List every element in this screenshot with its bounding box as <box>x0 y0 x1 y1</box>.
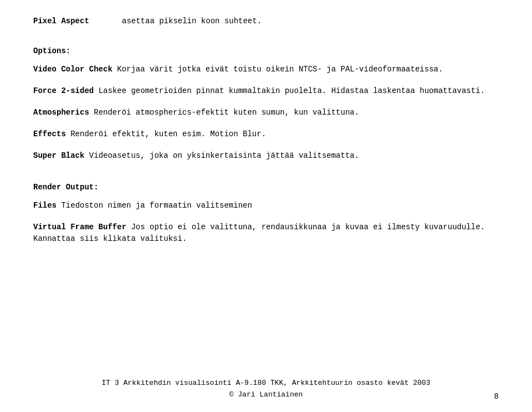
video-color-check-text: Video Color Check Korjaa värit jotka eiv… <box>33 64 499 75</box>
footer: IT 3 Arkkitehdin visualisointi A-9.180 T… <box>0 378 532 401</box>
render-output-header-section: Render Output: <box>33 182 499 193</box>
video-color-check-label: Video Color Check <box>33 65 112 74</box>
files-desc: Tiedoston nimen ja formaatin valitsemine… <box>61 201 252 210</box>
files-text: Files Tiedoston nimen ja formaatin valit… <box>33 200 499 212</box>
pixel-aspect-label: Pixel Aspect <box>33 17 122 25</box>
atmospherics-label: Atmospherics <box>33 108 89 117</box>
page-number: 8 <box>494 392 499 401</box>
effects-section: Effects Renderöi efektit, kuten esim. Mo… <box>33 128 499 140</box>
virtual-frame-buffer-text: Virtual Frame Buffer Jos optio ei ole va… <box>33 222 499 245</box>
atmospherics-desc: Renderöi atmospherics-efektit kuten sumu… <box>94 108 359 117</box>
effects-desc: Renderöi efektit, kuten esim. Motion Blu… <box>70 130 266 138</box>
force-2sided-text: Force 2-sided Laskee geometrioiden pinna… <box>33 85 499 97</box>
super-black-desc: Videoasetus, joka on yksinkertaisinta jä… <box>89 151 359 160</box>
options-header-text: Options: <box>33 45 499 57</box>
super-black-text: Super Black Videoasetus, joka on yksinke… <box>33 150 499 162</box>
files-section: Files Tiedoston nimen ja formaatin valit… <box>33 200 499 212</box>
pixel-aspect-section: Pixel Aspect asettaa pikselin koon suhte… <box>33 17 499 25</box>
pixel-aspect-row: Pixel Aspect asettaa pikselin koon suhte… <box>33 17 499 25</box>
force-2sided-section: Force 2-sided Laskee geometrioiden pinna… <box>33 85 499 97</box>
footer-line2: © Jari Lantiainen <box>0 389 532 401</box>
render-output-header-text: Render Output: <box>33 182 499 193</box>
effects-text: Effects Renderöi efektit, kuten esim. Mo… <box>33 128 499 140</box>
atmospherics-text: Atmospherics Renderöi atmospherics-efekt… <box>33 107 499 119</box>
virtual-frame-buffer-section: Virtual Frame Buffer Jos optio ei ole va… <box>33 222 499 245</box>
footer-line1: IT 3 Arkkitehdin visualisointi A-9.180 T… <box>0 378 532 389</box>
content-area: Pixel Aspect asettaa pikselin koon suhte… <box>33 17 499 245</box>
super-black-section: Super Black Videoasetus, joka on yksinke… <box>33 150 499 162</box>
force-2sided-label: Force 2-sided <box>33 86 94 95</box>
force-2sided-desc2: Laskee geometrioiden pinnat kummaltakin … <box>99 86 485 95</box>
atmospherics-section: Atmospherics Renderöi atmospherics-efekt… <box>33 107 499 119</box>
video-color-check-desc2: Korjaa värit jotka eivät toistu oikein N… <box>117 65 443 74</box>
files-label: Files <box>33 201 57 210</box>
options-header-section: Options: <box>33 45 499 57</box>
video-color-check-section: Video Color Check Korjaa värit jotka eiv… <box>33 64 499 75</box>
virtual-frame-buffer-label: Virtual Frame Buffer <box>33 223 126 231</box>
super-black-label: Super Black <box>33 151 84 160</box>
pixel-aspect-desc: asettaa pikselin koon suhteet. <box>122 17 499 25</box>
page-container: Pixel Aspect asettaa pikselin koon suhte… <box>0 0 532 412</box>
effects-label: Effects <box>33 130 66 138</box>
